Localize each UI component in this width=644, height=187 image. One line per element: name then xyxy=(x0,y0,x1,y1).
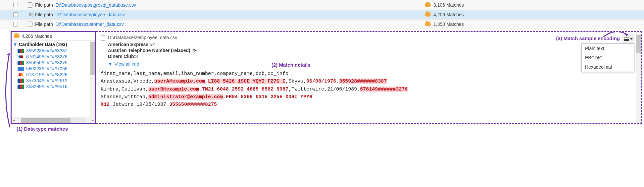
file-list: File path D:\Databases\postgresql_databa… xyxy=(0,0,644,29)
match-dob: 06/08/1976 xyxy=(306,79,336,84)
row-checkbox[interactable] xyxy=(13,22,18,27)
match-iban: TN21 6048 2592 4685 8582 6087 xyxy=(202,87,288,92)
t: ,Skyvu, xyxy=(285,79,306,84)
card-number: 355928######8387 xyxy=(26,48,68,53)
file-row[interactable]: File path D:\Databases\customer_data.csv… xyxy=(0,19,644,29)
encoding-option[interactable]: Plain text xyxy=(582,44,634,53)
vertical-scrollbar[interactable] xyxy=(636,32,641,123)
card-brand-icon xyxy=(18,49,24,53)
card-number: 357304######2612 xyxy=(26,78,68,83)
match-cc: 355650######8275 xyxy=(169,102,217,107)
t: Jetwire 19/05/1987 xyxy=(110,102,169,107)
stat-name: Austrian Telephone Number (relaxed) xyxy=(108,48,190,53)
t: ,Twitterwire,21/06/1989, xyxy=(288,87,360,92)
stat-count: 29 xyxy=(192,48,197,53)
file-row[interactable]: File path D:\Databases\postgresql_databa… xyxy=(0,0,644,10)
path-label: File path xyxy=(35,22,53,27)
card-item[interactable]: 358299######9516 xyxy=(13,84,94,90)
t: Shannen,Wittman, xyxy=(101,94,148,100)
t: Anastassia,Vreede, xyxy=(101,79,154,84)
tree-group[interactable]: ▼ Cardholder Data (193) xyxy=(13,41,94,48)
path-label: File path xyxy=(35,2,53,8)
stat-row: American Express:52 xyxy=(108,41,637,47)
file-row[interactable]: File path D:\Databases\employee_data.csv… xyxy=(0,10,644,19)
match-tree[interactable]: ▼ Cardholder Data (193) 355928######8387… xyxy=(12,40,95,117)
matches-icon xyxy=(425,3,431,7)
t: , xyxy=(205,79,208,84)
match-iban-cont: X12 xyxy=(101,102,110,107)
data-type-matches-panel: 4,206 Matches ▼ Cardholder Data (193) 35… xyxy=(11,31,96,124)
file-icon xyxy=(28,12,32,17)
scroll-track[interactable] xyxy=(21,118,86,123)
card-item[interactable]: 560223######7056 xyxy=(13,66,94,72)
horizontal-scrollbar[interactable]: ◄ ► xyxy=(12,117,95,123)
card-item[interactable]: 676149######3276 xyxy=(13,54,94,60)
caret-down-icon: ▼ xyxy=(108,61,113,67)
card-brand-icon xyxy=(18,67,24,71)
annotation-1-label: (1) Data type matches xyxy=(17,126,644,132)
file-path[interactable]: D:\Databases\customer_data.csv xyxy=(56,22,124,27)
card-brand-icon xyxy=(18,73,24,77)
file-path[interactable]: D:\Databases\employee_data.csv xyxy=(56,12,125,17)
row-checkbox[interactable] xyxy=(13,12,18,17)
total-matches: 4,206 Matches xyxy=(22,33,52,39)
scroll-thumb[interactable] xyxy=(636,35,641,53)
card-number: 358299######9516 xyxy=(26,84,68,89)
card-item[interactable]: 355650######8275 xyxy=(13,60,94,66)
detail-file-path: D:\Databases\employee_data.csv xyxy=(108,35,177,40)
t: , xyxy=(336,79,339,84)
match-cc: 676149######3276 xyxy=(360,87,408,92)
path-label: File path xyxy=(35,12,53,17)
encoding-menu: Plain text EBCDIC Hexadecimal xyxy=(581,43,634,72)
annotation-3-arrow xyxy=(602,31,632,40)
stat-count: 3 xyxy=(135,54,138,59)
match-email: userA@example.com xyxy=(154,79,205,84)
row-checkbox[interactable] xyxy=(13,3,18,7)
matches-count: 4,206 Matches xyxy=(433,12,639,17)
vertical-scroll-thumb[interactable] xyxy=(90,42,95,75)
card-number: 560223######7056 xyxy=(26,66,68,71)
card-brand-icon xyxy=(18,61,24,65)
annotation-2-label: (2) Match details xyxy=(272,62,311,68)
match-iban: FR84 8366 0315 225E XDHI YPYR xyxy=(226,94,312,100)
caret-down-icon: ▼ xyxy=(13,42,18,47)
card-item[interactable]: 355928######8387 xyxy=(13,48,94,54)
t: , xyxy=(199,87,202,92)
sample-preview: first_name,last_name,email,iban_number,c… xyxy=(101,70,637,108)
view-all-label: View all info xyxy=(115,61,139,67)
match-details-panel: D:\Databases\employee_data.csv American … xyxy=(96,31,642,124)
scroll-right-icon[interactable]: ► xyxy=(90,118,95,122)
detail-region: 4,206 Matches ▼ Cardholder Data (193) 35… xyxy=(11,31,642,124)
group-label: Cardholder Data (193) xyxy=(19,42,67,47)
file-icon xyxy=(101,35,105,41)
stat-name: Diners Club xyxy=(108,54,134,59)
stat-row: Austrian Telephone Number (relaxed):29 xyxy=(108,47,637,53)
matches-icon xyxy=(14,34,20,38)
t: Kimbra,Cullivan, xyxy=(101,87,148,92)
card-brand-icon xyxy=(18,55,24,59)
encoding-option[interactable]: EBCDIC xyxy=(582,53,634,62)
match-cc: 355928######8387 xyxy=(339,79,387,84)
scroll-thumb[interactable] xyxy=(21,118,71,123)
file-path[interactable]: D:\Databases\postgresql_database.csv xyxy=(56,2,136,8)
card-item[interactable]: 357304######2612 xyxy=(13,78,94,84)
matches-count: 1,350 Matches xyxy=(433,22,639,27)
card-item[interactable]: 513719######8226 xyxy=(13,72,94,78)
card-number: 513719######8226 xyxy=(26,72,68,77)
card-brand-icon xyxy=(18,85,24,89)
card-number: 676149######3276 xyxy=(26,54,68,59)
file-icon xyxy=(28,2,32,8)
view-all-info-link[interactable]: ▼ View all info xyxy=(108,61,637,67)
matches-count: 3,106 Matches xyxy=(433,2,639,8)
sample-header: first_name,last_name,email,iban_number,c… xyxy=(101,71,288,77)
encoding-option[interactable]: Hexadecimal xyxy=(582,62,634,72)
matches-icon xyxy=(425,22,431,26)
match-email: userB@example.com xyxy=(148,87,199,92)
stat-count: 52 xyxy=(150,42,155,47)
annotation-1-arrow xyxy=(1,51,13,132)
stat-row: Diners Club:3 xyxy=(108,53,637,59)
match-iban: LI88 5426 1S0E YQYI FZ7G I xyxy=(208,79,285,84)
card-number: 355650######8275 xyxy=(26,60,68,65)
card-brand-icon xyxy=(18,79,24,83)
match-email: administrator@example.com xyxy=(148,94,223,100)
